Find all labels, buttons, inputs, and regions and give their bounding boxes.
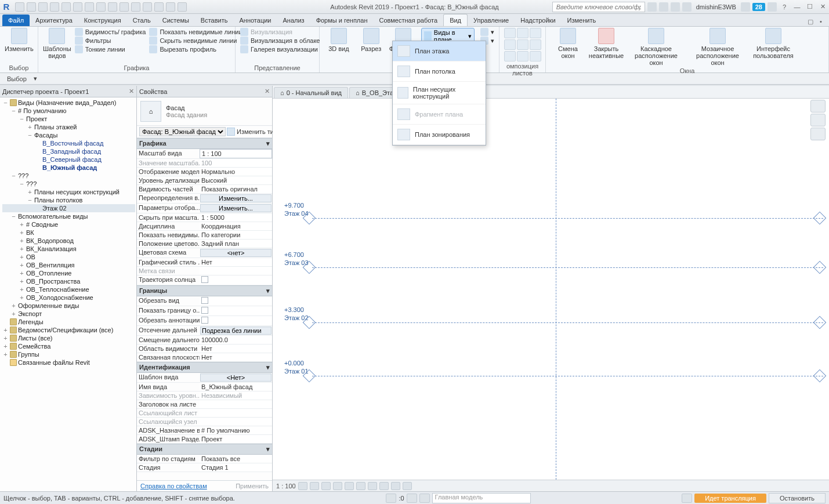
modify-button[interactable]: Изменить (5, 28, 34, 52)
qat-more-icon[interactable] (143, 2, 152, 12)
tree-floorplans[interactable]: Планы этажей (34, 124, 77, 130)
tab-view[interactable]: Вид (443, 14, 468, 26)
tree-families[interactable]: Семейства (18, 343, 50, 350)
vc-constraint-icon[interactable] (403, 482, 412, 490)
tree-views[interactable]: Виды (Назначение вида_Раздел) (18, 99, 116, 106)
tab-steel[interactable]: Сталь (127, 14, 157, 26)
tree-ceilplans[interactable]: Планы потолков (34, 197, 82, 204)
tree-ov[interactable]: ОВ (26, 253, 35, 260)
hide-hidden-button[interactable]: Скрыть невидимые линии (149, 37, 242, 45)
notification-badge[interactable]: 28 (752, 3, 765, 11)
render-gallery-button[interactable]: Галерея визуализации (240, 45, 320, 53)
dd-floor-plan[interactable]: План этажа (393, 41, 486, 61)
tab-structure[interactable]: Конструкция (78, 14, 127, 26)
qat-view-icon[interactable] (120, 2, 129, 12)
tree-etazh02[interactable]: Этаж 02 (42, 205, 67, 212)
misc1-button[interactable]: ▾ (480, 28, 494, 36)
prop-display[interactable]: Отображение моделиНормально (137, 168, 272, 176)
vc-hide-icon[interactable] (368, 482, 377, 490)
comm-icon[interactable] (741, 2, 750, 12)
3d-view-button[interactable]: 3D вид (324, 28, 353, 52)
tree-auxviews[interactable]: Вспомогательные виды (18, 213, 88, 220)
prop-showhid[interactable]: Показать невидимы...По категории (137, 231, 272, 240)
qat-dim-icon[interactable] (85, 2, 94, 12)
tree-export[interactable]: Экспорт (18, 310, 42, 317)
qat-thin-icon[interactable] (154, 2, 164, 12)
sc1-button[interactable] (504, 28, 516, 38)
prop-scope[interactable]: Область видимостиНет (137, 345, 272, 353)
tree-ovotop[interactable]: ОВ_Отопление (26, 270, 71, 277)
switch-windows-button[interactable]: Смена окон (551, 28, 585, 59)
prop-annocrop[interactable]: Обрезать аннотации (137, 316, 272, 326)
type-selector-header[interactable]: ⌂ ФасадФасад здания (137, 97, 272, 126)
sc4-button[interactable] (504, 39, 516, 50)
tree-svod[interactable]: # Сводные (26, 221, 58, 228)
sc6-button[interactable] (530, 39, 541, 50)
sc7-button[interactable] (504, 51, 516, 61)
tab-file[interactable]: Файл (2, 14, 30, 26)
tree-ovpros[interactable]: ОВ_Пространства (26, 278, 80, 285)
cascade-button[interactable]: Каскадное расположение окон (627, 28, 685, 66)
prop-gstyle[interactable]: Графический стиль ...Нет (137, 258, 272, 267)
tree-vkvodo[interactable]: ВК_Водопровод (26, 237, 74, 244)
tree-default[interactable]: # По умолчанию (18, 107, 67, 114)
nav-wheel-icon[interactable] (810, 114, 826, 126)
section-button[interactable]: Разрез (357, 28, 386, 52)
prop-farclip[interactable]: Отсечение дальней ...Подрезка без линии (137, 326, 272, 336)
qat-print-icon[interactable] (61, 2, 71, 12)
nav-zoom-icon[interactable] (810, 128, 826, 140)
vc-style-icon[interactable] (310, 482, 319, 490)
tab-analyze[interactable]: Анализ (277, 14, 310, 26)
thin-lines-button[interactable]: Тонкие линии (75, 45, 146, 53)
tree-unk2[interactable]: ??? (26, 180, 37, 187)
prop-scale[interactable]: Масштаб вида1 : 100 (137, 149, 272, 159)
tree-project[interactable]: Проект (26, 115, 47, 122)
view-templates-button[interactable]: Шаблоны видов (43, 28, 71, 59)
scale-label[interactable]: 1 : 100 (276, 483, 296, 490)
tab-architecture[interactable]: Архитектура (30, 14, 78, 26)
prop-hide[interactable]: Скрыть при масшта...1 : 5000 (137, 213, 272, 222)
help-icon[interactable]: ? (779, 2, 790, 12)
prop-disc[interactable]: ДисциплинаКоординация (137, 222, 272, 231)
drawing-canvas[interactable]: +9.700Этаж 04 +6.700Этаж 03 +3.300Этаж 0… (273, 99, 829, 480)
vc-cropshow-icon[interactable] (356, 482, 365, 490)
prop-sheettitle[interactable]: Заголовок на листе (137, 400, 272, 409)
prop-vname[interactable]: Имя видаВ_Южный фасад (137, 383, 272, 391)
stop-button[interactable]: Остановить (769, 493, 826, 503)
tree-vkkanal[interactable]: ВК_Канализация (26, 245, 77, 252)
qat-text-icon[interactable] (108, 2, 117, 12)
ribbon-help-icon[interactable]: • (816, 17, 826, 26)
prop-adsk1[interactable]: ADSK_Назначение в...# По умолчанию (137, 426, 272, 435)
prop-dispopt[interactable]: Параметры отобра...Изменить... (137, 204, 272, 213)
infocenter-icon[interactable] (647, 2, 657, 12)
tree-vk[interactable]: ВК (26, 229, 34, 236)
qat-open-icon[interactable] (15, 2, 24, 12)
prop-phase[interactable]: СтадияСтадия 1 (137, 463, 272, 472)
prop-cropvis[interactable]: Показать границу о... (137, 306, 272, 316)
prop-adsk2[interactable]: ADSK_Штамп Раздел...Проект (137, 435, 272, 444)
tree-ovhol[interactable]: ОВ_Холодоснабжение (26, 294, 93, 301)
tree-elev-east[interactable]: В_Восточный фасад (42, 140, 103, 147)
dd-ceiling-plan[interactable]: План потолка (393, 61, 486, 82)
cut-profile-button[interactable]: Вырезать профиль (149, 45, 242, 53)
prop-faroff[interactable]: Смещение дальнего...100000.0 (137, 336, 272, 345)
sb-icon2[interactable] (407, 494, 417, 503)
sb-icon3[interactable] (419, 494, 430, 503)
search-input[interactable] (552, 2, 645, 12)
tab-insert[interactable]: Вставить (195, 14, 234, 26)
vc-reveal-icon[interactable] (391, 482, 400, 490)
sc8-button[interactable] (517, 51, 528, 61)
tree-elev-west[interactable]: В_Западный фасад (42, 148, 101, 155)
group-ident[interactable]: Идентификация▾ (137, 362, 272, 373)
render-cloud-button[interactable]: Визуализация в облаке (240, 37, 320, 45)
tree-links[interactable]: Связанные файлы Revit (18, 359, 90, 366)
project-tree[interactable]: −Виды (Назначение вида_Раздел) −# По умо… (0, 97, 136, 491)
prop-cscheme[interactable]: Цветовая схема<нет> (137, 248, 272, 258)
tree-elev-south[interactable]: В_Южный фасад (42, 164, 97, 171)
dd-structural-plan[interactable]: План несущих конструкций (393, 82, 486, 104)
sc5-button[interactable] (517, 39, 528, 50)
tree-unk1[interactable]: ??? (18, 172, 28, 179)
tab-modify[interactable]: Изменить (562, 14, 602, 26)
tab-massing[interactable]: Формы и генплан (310, 14, 374, 26)
prop-assoc[interactable]: Связанная плоскостьНет (137, 353, 272, 362)
